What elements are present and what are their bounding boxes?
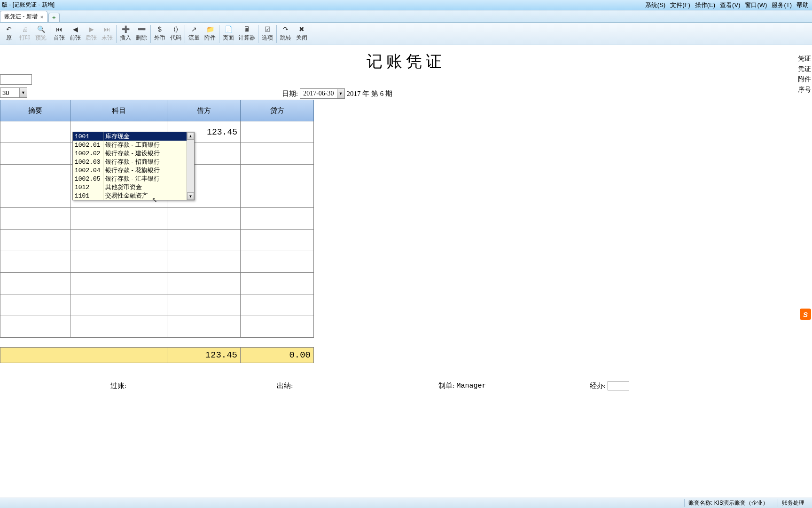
cell-summary[interactable] <box>0 143 70 165</box>
scroll-up-icon[interactable]: ▲ <box>187 132 194 140</box>
cell-debit[interactable] <box>167 208 241 230</box>
toolbar-前张[interactable]: ◀前张 <box>67 24 83 43</box>
cell-debit[interactable] <box>167 251 241 273</box>
cell-subject[interactable] <box>70 273 167 294</box>
cell-summary[interactable] <box>0 273 70 294</box>
cell-summary[interactable] <box>0 294 70 316</box>
末张-icon: ⏭ <box>103 25 111 33</box>
原-icon: ↶ <box>5 25 13 33</box>
grid-row[interactable] <box>0 316 314 338</box>
cell-summary[interactable] <box>0 251 70 273</box>
后张-icon: ▶ <box>87 25 95 33</box>
toolbar-跳转[interactable]: ↷跳转 <box>278 24 294 43</box>
cell-debit[interactable] <box>167 316 241 338</box>
footer-info: 过账: 出纳: 制单: Manager 经办: <box>0 377 812 394</box>
toolbar-预览[interactable]: 🔍预览 <box>33 24 49 43</box>
dropdown-scrollbar[interactable]: ▲ ▼ <box>187 132 194 200</box>
toolbar-关闭[interactable]: ✖关闭 <box>294 24 310 43</box>
cell-summary[interactable] <box>0 208 70 230</box>
cell-summary[interactable] <box>0 316 70 338</box>
cell-subject[interactable] <box>70 294 167 316</box>
total-label-cell <box>0 347 167 363</box>
toolbar-插入[interactable]: ➕插入 <box>117 24 133 43</box>
cell-debit[interactable] <box>167 230 241 251</box>
handler-input[interactable] <box>608 381 629 390</box>
menu-view[interactable]: 查看(V) <box>718 1 742 9</box>
dropdown-item[interactable]: 1002.05银行存款 - 汇丰银行 <box>73 175 187 183</box>
grid-row[interactable] <box>0 230 314 251</box>
dropdown-item[interactable]: 1001库存现金 <box>73 132 187 141</box>
col-header-credit: 贷方 <box>241 100 314 121</box>
cell-subject[interactable] <box>70 230 167 251</box>
cell-credit[interactable] <box>241 165 314 186</box>
toolbar-计算器[interactable]: 🖩计算器 <box>236 24 257 43</box>
toolbar-选项[interactable]: ☑选项 <box>259 24 275 43</box>
cell-subject[interactable] <box>70 208 167 230</box>
cell-subject[interactable] <box>70 251 167 273</box>
number-input[interactable] <box>0 89 19 96</box>
toolbar-原[interactable]: ↶原 <box>1 24 17 43</box>
grid-row[interactable] <box>0 273 314 294</box>
toolbar-首张[interactable]: ⏮首张 <box>51 24 67 43</box>
toolbar-后张[interactable]: ▶后张 <box>83 24 99 43</box>
cell-credit[interactable] <box>241 273 314 294</box>
cell-credit[interactable] <box>241 186 314 208</box>
number-combo[interactable]: ▼ <box>0 87 27 98</box>
menu-service[interactable]: 服务(T) <box>770 1 793 9</box>
toolbar-末张[interactable]: ⏭末张 <box>99 24 115 43</box>
dropdown-item[interactable]: 1012其他货币资金 <box>73 183 187 191</box>
dropdown-item[interactable]: 1002.04银行存款 - 花旗银行 <box>73 166 187 175</box>
menu-system[interactable]: 系统(S) <box>644 1 667 9</box>
cell-summary[interactable] <box>0 121 70 143</box>
status-bar: 账套名称: KIS演示账套（企业） 账务处理 <box>0 498 812 508</box>
cell-subject[interactable] <box>70 316 167 338</box>
toolbar-代码[interactable]: ⟨⟩代码 <box>168 24 184 43</box>
status-account: 账套名称: KIS演示账套（企业） <box>684 499 772 507</box>
cell-summary[interactable] <box>0 230 70 251</box>
toolbar-附件[interactable]: 📁附件 <box>202 24 218 43</box>
scroll-down-icon[interactable]: ▼ <box>187 192 194 200</box>
toolbar-页面[interactable]: 📄页面 <box>220 24 236 43</box>
blank-combo[interactable] <box>0 74 32 85</box>
tab-add-button[interactable]: + <box>48 13 60 22</box>
cell-credit[interactable] <box>241 316 314 338</box>
chevron-down-icon[interactable]: ▼ <box>19 88 27 97</box>
dropdown-item[interactable]: 1002.03银行存款 - 招商银行 <box>73 158 187 166</box>
cell-debit[interactable] <box>167 273 241 294</box>
menu-window[interactable]: 窗口(W) <box>743 1 768 9</box>
chevron-down-icon[interactable]: ▼ <box>337 89 344 98</box>
grid-header: 摘要 科目 借方 贷方 <box>0 100 314 121</box>
代码-icon: ⟨⟩ <box>172 25 180 33</box>
tab-voucher[interactable]: 账凭证 - 新增 × <box>0 11 47 22</box>
cell-debit[interactable] <box>167 294 241 316</box>
grid-row[interactable] <box>0 208 314 230</box>
dropdown-item[interactable]: 1101交易性金融资产 <box>73 191 187 200</box>
grid-row[interactable] <box>0 294 314 316</box>
menu-file[interactable]: 文件(F) <box>669 1 692 9</box>
subject-dropdown[interactable]: 1001库存现金1002.01银行存款 - 工商银行1002.02银行存款 - … <box>72 132 195 200</box>
toolbar-外币[interactable]: $外币 <box>152 24 168 43</box>
dropdown-item[interactable]: 1002.01银行存款 - 工商银行 <box>73 141 187 149</box>
cell-summary[interactable] <box>0 186 70 208</box>
blank-combo-input[interactable] <box>0 76 19 83</box>
toolbar-流量[interactable]: ↗流量 <box>186 24 202 43</box>
cell-credit[interactable] <box>241 143 314 165</box>
close-icon[interactable]: × <box>40 14 43 20</box>
cell-credit[interactable] <box>241 208 314 230</box>
跳转-icon: ↷ <box>282 25 289 33</box>
number-select-area <box>0 74 32 85</box>
cell-credit[interactable] <box>241 251 314 273</box>
cell-summary[interactable] <box>0 165 70 186</box>
ime-badge[interactable]: S <box>800 309 811 320</box>
toolbar-打印[interactable]: 🖨打印 <box>17 24 33 43</box>
menu-action[interactable]: 操作(E) <box>694 1 717 9</box>
cell-credit[interactable] <box>241 121 314 143</box>
right-meta-labels: 凭证 凭证 附件 序号 <box>798 54 811 95</box>
grid-row[interactable] <box>0 251 314 273</box>
date-combo[interactable]: 2017-06-30 ▼ <box>300 88 344 99</box>
dropdown-item[interactable]: 1002.02银行存款 - 建设银行 <box>73 149 187 158</box>
toolbar-删除[interactable]: ➖删除 <box>133 24 149 43</box>
cell-credit[interactable] <box>241 230 314 251</box>
cell-credit[interactable] <box>241 294 314 316</box>
menu-help[interactable]: 帮助 <box>795 1 810 9</box>
